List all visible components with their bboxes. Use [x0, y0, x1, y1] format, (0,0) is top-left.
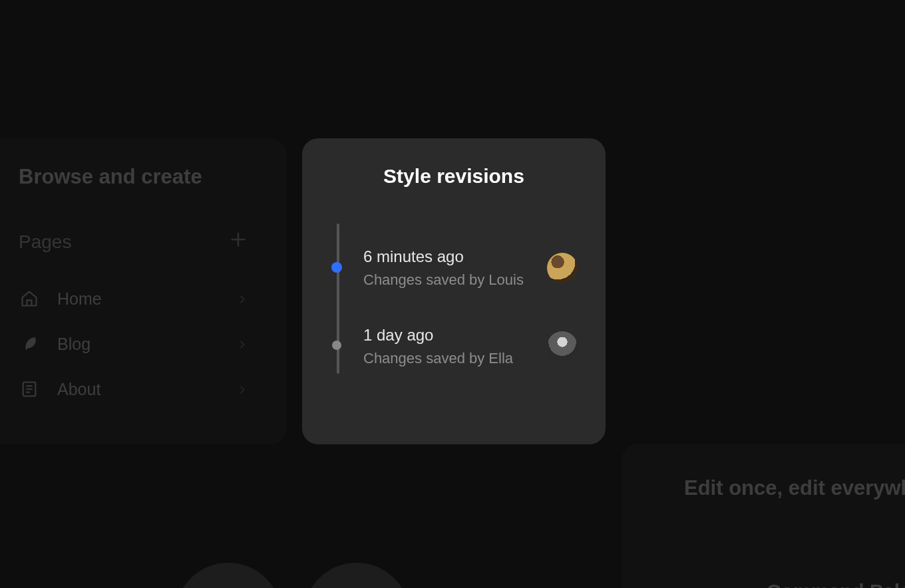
add-page-icon[interactable]	[229, 230, 248, 253]
timeline-dot-icon	[331, 262, 342, 273]
page-row-blog[interactable]: Blog	[19, 321, 266, 367]
avatar	[547, 253, 578, 283]
decorative-circle	[303, 563, 410, 588]
revisions-timeline: 6 minutes ago Changes saved by Louis 1 d…	[330, 247, 578, 367]
revision-item[interactable]: 6 minutes ago Changes saved by Louis	[363, 247, 578, 289]
page-row-home[interactable]: Home	[19, 276, 266, 321]
chevron-right-icon	[237, 289, 248, 309]
revision-author: Changes saved by Ella	[363, 350, 513, 367]
edit-everywhere-title: Edit once, edit everywhere	[684, 476, 905, 500]
pages-header: Pages	[19, 230, 266, 253]
feather-icon	[19, 333, 40, 355]
revision-author: Changes saved by Louis	[363, 271, 524, 289]
revision-text: 1 day ago Changes saved by Ella	[363, 326, 513, 367]
revision-time: 1 day ago	[363, 326, 513, 345]
chevron-right-icon	[237, 335, 248, 354]
browse-create-title: Browse and create	[19, 165, 266, 189]
decorative-circle	[175, 563, 281, 588]
document-icon	[19, 378, 40, 400]
revision-text: 6 minutes ago Changes saved by Louis	[363, 247, 524, 289]
style-revisions-card: Style revisions 6 minutes ago Changes sa…	[302, 138, 606, 444]
page-label: Blog	[57, 335, 220, 354]
page-label: About	[57, 380, 220, 399]
pages-label: Pages	[19, 231, 71, 253]
home-icon	[19, 288, 40, 309]
browse-create-card: Browse and create Pages Home Blog About	[0, 138, 286, 444]
command-palette-label: Command Palette	[684, 580, 905, 588]
edit-everywhere-card: Edit once, edit everywhere Command Palet…	[622, 444, 905, 588]
revision-time: 6 minutes ago	[363, 247, 524, 266]
timeline-dot-icon	[332, 341, 341, 350]
revision-item[interactable]: 1 day ago Changes saved by Ella	[363, 326, 578, 367]
style-revisions-title: Style revisions	[330, 165, 578, 188]
chevron-right-icon	[237, 380, 248, 399]
page-label: Home	[57, 289, 220, 309]
avatar	[547, 331, 578, 362]
page-row-about[interactable]: About	[19, 367, 266, 412]
